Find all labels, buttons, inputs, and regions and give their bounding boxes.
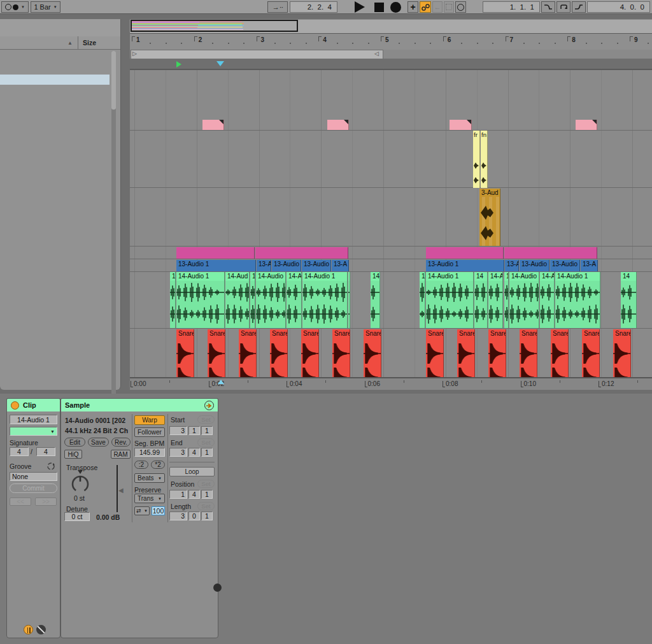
gain-slider[interactable]	[117, 465, 118, 512]
audio-clip[interactable]: 14-A	[540, 272, 555, 328]
track-lanes[interactable]: frfn3-Aud13-Audio 113-A13-Audio13-Audio1…	[130, 69, 652, 377]
ram-button[interactable]: RAM	[111, 450, 131, 459]
clip-label[interactable]: 13-A	[257, 260, 271, 271]
start-beat-field[interactable]: 1	[188, 426, 200, 435]
warp-button[interactable]: Warp	[134, 415, 165, 425]
audio-clip[interactable]: Snare	[457, 329, 475, 377]
audio-clip[interactable]: 14-Audio 1	[426, 272, 474, 328]
signature-denominator-field[interactable]: 4	[36, 447, 55, 456]
clip-label[interactable]: 13-A	[505, 260, 519, 271]
arrangement-overview[interactable]	[130, 20, 652, 34]
seg-bpm-field[interactable]: 145.99	[134, 448, 165, 457]
save-button[interactable]: Save	[88, 438, 109, 447]
signature-numerator-field[interactable]: 4	[10, 447, 29, 456]
clip-plain[interactable]	[176, 247, 255, 259]
start-sixteenth-field[interactable]: 1	[201, 426, 213, 435]
clip-label[interactable]: 13-Audio	[520, 260, 549, 271]
double-bpm-button[interactable]: *2	[151, 461, 165, 469]
nudge-forward-button[interactable]: >>	[35, 497, 57, 506]
length-beat-field[interactable]: 0	[188, 512, 200, 520]
audio-clip[interactable]: 14-Audio 1	[302, 272, 348, 328]
halve-bpm-button[interactable]: :2	[134, 461, 148, 469]
position-bar-field[interactable]: 1	[169, 490, 187, 499]
length-bar-field[interactable]: 3	[169, 512, 187, 520]
audio-clip[interactable]: Snare	[208, 329, 225, 377]
transient-resolution-field[interactable]: 100	[152, 506, 165, 515]
preserve-chooser[interactable]: Trans ▼	[134, 494, 165, 503]
audio-clip[interactable]: Snare	[176, 329, 194, 377]
back-to-arrangement-button[interactable]: ←	[432, 1, 443, 13]
clip-label[interactable]: 13-Audio 1	[176, 260, 256, 271]
track-plain-row[interactable]	[130, 120, 652, 130]
groove-refresh-icon[interactable]	[46, 462, 55, 471]
audio-clip[interactable]: 14	[621, 272, 637, 328]
hiq-button[interactable]: HiQ	[64, 450, 82, 459]
punch-position-display[interactable]: 1. 1. 1	[483, 1, 540, 13]
start-bar-field[interactable]: 3	[169, 426, 187, 435]
track-label-row[interactable]: 13-Audio 113-A13-Audio13-Audio13-A13-Aud…	[130, 260, 652, 271]
audio-clip[interactable]	[348, 272, 350, 328]
track-blob2-row[interactable]: 3-Aud	[130, 189, 652, 246]
envelope-tab-button[interactable]	[36, 625, 46, 634]
position-sixteenth-field[interactable]: 1	[201, 490, 213, 499]
clip-box-header[interactable]: Clip	[7, 399, 60, 411]
audio-clip[interactable]: Snare	[582, 329, 600, 377]
loop-toggle-button[interactable]: Loop	[169, 467, 215, 476]
audio-clip[interactable]: 14-Audio 1	[555, 272, 600, 328]
audio-clip[interactable]: 14-Audio	[256, 272, 286, 328]
zoom-scroll-strip[interactable]: ▷ ◁	[131, 50, 383, 59]
edit-button[interactable]: Edit	[64, 438, 85, 447]
clip-plain[interactable]	[255, 247, 348, 259]
clip-label[interactable]: 13-Audio	[550, 260, 580, 271]
audio-clip[interactable]: 14	[371, 272, 380, 328]
zoom-left-handle[interactable]: ▷	[132, 50, 137, 57]
midi-overdub-button[interactable]	[420, 1, 431, 13]
start-set-button[interactable]: Set	[197, 415, 215, 424]
insert-marker[interactable]	[216, 61, 224, 66]
bar-ruler[interactable]: 123456789	[130, 34, 652, 50]
length-set-button[interactable]: Set	[197, 502, 215, 510]
end-sixteenth-field[interactable]: 1	[201, 448, 213, 457]
fade-handle-icon[interactable]	[344, 120, 348, 124]
sample-tab-button[interactable]	[24, 625, 33, 634]
expand-panel-button[interactable]	[204, 401, 214, 410]
metronome-toggle[interactable]: ▼	[1, 1, 29, 13]
audio-clip[interactable]: Snare	[488, 329, 506, 377]
clip-label[interactable]: 13-A	[581, 260, 598, 271]
clip-label[interactable]: 13-Audio	[302, 260, 331, 271]
audio-clip[interactable]: 14-A	[488, 272, 503, 328]
browser-selected-row[interactable]	[0, 75, 110, 85]
audio-clip[interactable]: Snare	[364, 329, 381, 377]
detune-field[interactable]: 0 ct	[64, 512, 90, 521]
browser-column-header[interactable]: ▲ Size	[0, 36, 120, 50]
gain-slider-handle[interactable]: ◀	[118, 487, 124, 494]
fade-handle-icon[interactable]	[592, 120, 597, 124]
quantize-menu[interactable]: 1 Bar ▼	[31, 1, 60, 13]
audio-clip[interactable]: Snare	[332, 329, 350, 377]
end-bar-field[interactable]: 3	[169, 448, 187, 457]
end-set-button[interactable]: Set	[197, 438, 215, 447]
follow-button[interactable]: → ··	[267, 1, 288, 13]
revert-button[interactable]: Rev.	[111, 438, 131, 447]
clip-blob[interactable]: fn	[481, 131, 488, 188]
nudge-back-button[interactable]: <<	[10, 497, 31, 506]
end-beat-field[interactable]: 4	[188, 448, 200, 457]
track-drum-row[interactable]: SnareSnareSnareSnareSnareSnareSnareSnare…	[130, 329, 652, 377]
loop-button[interactable]	[556, 1, 570, 13]
audio-clip[interactable]: Snare	[239, 329, 257, 377]
clip-plain[interactable]	[576, 120, 597, 130]
audio-clip[interactable]: 14-Aud	[225, 272, 250, 328]
clip-color-chooser[interactable]: ▼	[10, 427, 57, 436]
clip-name-field[interactable]: 14-Audio 1	[10, 415, 57, 424]
clip-plain[interactable]	[327, 120, 349, 130]
punch-in-button[interactable]	[541, 1, 555, 13]
groove-chooser[interactable]: None	[10, 472, 57, 481]
record-button[interactable]	[389, 1, 402, 13]
time-ruler[interactable]: 0:000:020:040:060:080:100:12	[130, 377, 652, 390]
audio-clip[interactable]: 14	[504, 272, 509, 328]
zoom-right-handle[interactable]: ◁	[374, 50, 379, 57]
play-start-marker[interactable]	[176, 61, 181, 68]
commit-button[interactable]: Commit	[10, 483, 57, 493]
clip-blob[interactable]: fr	[473, 131, 480, 188]
session-automation-button[interactable]	[444, 1, 454, 13]
